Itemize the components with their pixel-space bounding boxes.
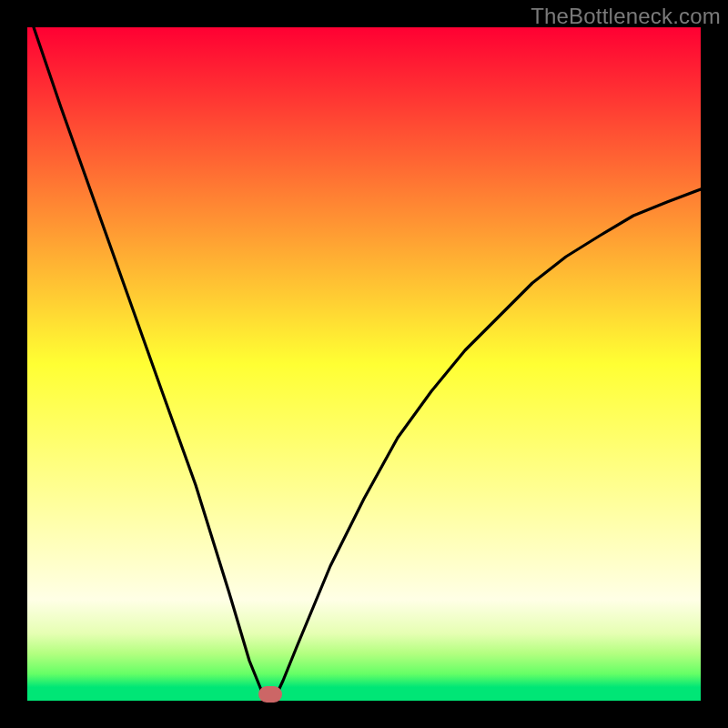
curve-svg	[27, 27, 701, 701]
bottleneck-curve	[34, 27, 701, 701]
plot-area	[27, 27, 701, 701]
optimal-marker	[258, 686, 282, 703]
chart-container: TheBottleneck.com	[0, 0, 728, 728]
watermark-text: TheBottleneck.com	[531, 4, 721, 29]
